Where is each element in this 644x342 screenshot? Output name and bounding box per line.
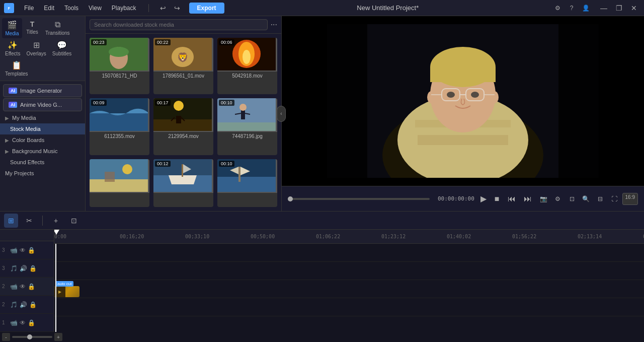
menu-playback[interactable]: Playback: [108, 4, 140, 13]
ruler-mark: 01;23;12: [381, 234, 406, 239]
media-item-5[interactable]: 00:10 74487196.jpg: [217, 98, 277, 155]
export-button[interactable]: Export: [189, 3, 224, 14]
menu-file[interactable]: File: [20, 4, 38, 13]
menu-tools[interactable]: Tools: [60, 4, 83, 13]
media-more-button[interactable]: ···: [271, 20, 277, 29]
minimize-button[interactable]: —: [598, 2, 610, 14]
media-item-3[interactable]: 00:09 6112355.mov: [90, 98, 149, 155]
music-icon-3a[interactable]: 🎵: [10, 265, 18, 272]
timeline-select-tool[interactable]: ⊞: [4, 214, 18, 228]
eye-icon-1v[interactable]: 👁: [20, 319, 26, 326]
tab-transitions[interactable]: ⧉ Transitions: [42, 18, 73, 38]
next-frame-button[interactable]: ⏭: [522, 193, 534, 204]
tab-templates[interactable]: 📋 Templates: [2, 58, 31, 79]
preview-panel: 00:00:00:00 ▶ ■ ⏮ ⏭ 📷 ⚙ ⊡ 🔍 ⊟ ⛶ 16:9: [282, 16, 644, 211]
restore-button[interactable]: ❐: [613, 2, 625, 14]
menu-edit[interactable]: Edit: [40, 4, 58, 13]
media-item-4[interactable]: 00:17 2129954.mov: [153, 98, 213, 155]
svg-rect-36: [238, 167, 240, 182]
timeline-playhead-lock[interactable]: ⊡: [67, 214, 81, 228]
fullscreen-icon[interactable]: ⛶: [608, 193, 620, 205]
settings-icon[interactable]: ⚙: [551, 2, 564, 14]
zoom-in-button[interactable]: +: [54, 333, 62, 341]
fit-icon[interactable]: ⊟: [594, 193, 606, 205]
crop-icon[interactable]: ⊡: [566, 193, 578, 205]
svg-rect-29: [105, 172, 115, 182]
undo-button[interactable]: ↩: [157, 2, 169, 14]
media-item-6[interactable]: [90, 159, 149, 207]
camera-icon-3v[interactable]: 📹: [10, 247, 18, 254]
media-item-2[interactable]: 00:06 5042918.mov: [217, 38, 277, 94]
volume-icon-2a[interactable]: 🔊: [20, 301, 27, 308]
music-icon-2a[interactable]: 🎵: [10, 301, 18, 308]
preview-video: [282, 16, 644, 186]
zoom-slider[interactable]: [12, 336, 52, 338]
media-search-input[interactable]: [90, 19, 268, 30]
volume-icon-3a[interactable]: 🔊: [20, 265, 27, 272]
timeline-add-track[interactable]: +: [49, 214, 63, 228]
snapshot-icon[interactable]: 📷: [538, 193, 550, 205]
progress-handle[interactable]: [288, 196, 293, 201]
progress-bar[interactable]: [288, 198, 430, 200]
media-name-1: 17896561_01.mov: [153, 72, 213, 80]
sidebar-item-my-projects[interactable]: My Projects: [0, 168, 85, 179]
anime-video-button[interactable]: AI Anime Video G...: [3, 98, 82, 111]
sidebar-item-sound-effects[interactable]: Sound Effects: [0, 157, 85, 168]
account-icon[interactable]: 👤: [580, 2, 592, 14]
tab-titles[interactable]: T Titles: [22, 18, 42, 38]
sidebar-item-stock-media[interactable]: Stock Media: [0, 123, 85, 134]
media-icon: 🎬: [7, 20, 17, 30]
lock-icon-2a[interactable]: 🔒: [29, 301, 37, 308]
track-body-2-audio: [54, 298, 644, 316]
panel-collapse-button[interactable]: ‹: [277, 106, 286, 122]
sidebar-item-color-boards[interactable]: ▶ Color Boards: [0, 134, 85, 146]
lock-icon-2v[interactable]: 🔒: [28, 283, 35, 290]
close-button[interactable]: ✕: [628, 2, 640, 14]
svg-point-54: [471, 92, 479, 98]
media-panel: ··· 00:23 150708171_HD 🦁 00:22 17896561_…: [86, 16, 282, 211]
media-item-8[interactable]: 00:10: [217, 159, 277, 207]
play-button[interactable]: ▶: [478, 193, 489, 204]
svg-point-17: [174, 101, 184, 111]
menu-view[interactable]: View: [85, 4, 106, 13]
track-body-1-video: [54, 316, 644, 332]
clip-block[interactable]: ▶: [54, 286, 79, 297]
stop-button[interactable]: ■: [493, 193, 502, 204]
effects-icon: ✨: [8, 40, 18, 50]
settings2-icon[interactable]: ⚙: [552, 193, 564, 205]
titles-icon: T: [30, 20, 35, 28]
zoom-in-icon[interactable]: 🔍: [580, 193, 592, 205]
track-body-2-video[interactable]: auto cut ▶: [54, 280, 644, 298]
lock-icon-1v[interactable]: 🔒: [28, 319, 35, 326]
media-item-1[interactable]: 🦁 00:22 17896561_01.mov: [153, 38, 213, 94]
media-thumb-6: [90, 159, 149, 193]
help-icon[interactable]: ?: [566, 2, 578, 14]
camera-icon-1v[interactable]: 📹: [10, 319, 18, 326]
timeline-razor-tool[interactable]: ✂: [22, 214, 36, 228]
media-item-0[interactable]: 00:23 150708171_HD: [90, 38, 149, 94]
sidebar-item-background-music[interactable]: ▶ Background Music: [0, 146, 85, 157]
ruler-mark: 02;13;14: [578, 234, 602, 239]
zoom-out-button[interactable]: -: [2, 333, 10, 341]
lock-icon-3v[interactable]: 🔒: [28, 247, 35, 254]
track-header-3-video: 3 📹 👁 🔒: [0, 241, 54, 259]
tab-media[interactable]: 🎬 Media: [2, 18, 22, 38]
media-thumb-8: 00:10: [217, 159, 277, 193]
zoom-handle[interactable]: [27, 334, 32, 339]
camera-icon-2v[interactable]: 📹: [10, 283, 18, 290]
eye-icon-2v[interactable]: 👁: [20, 283, 26, 290]
redo-button[interactable]: ↪: [171, 2, 183, 14]
color-boards-arrow: ▶: [5, 138, 9, 143]
lock-icon-3a[interactable]: 🔒: [29, 265, 37, 272]
auto-cut-badge: auto cut: [55, 281, 73, 287]
tab-effects[interactable]: ✨ Effects: [2, 38, 23, 58]
media-item-7[interactable]: 00:12: [153, 159, 213, 207]
eye-icon-3v[interactable]: 👁: [20, 247, 26, 254]
media-duration-8: 00:10: [219, 161, 234, 167]
prev-frame-button[interactable]: ⏮: [506, 193, 518, 204]
tab-overlays[interactable]: ⊞ Overlays: [23, 38, 49, 58]
tab-subtitles[interactable]: 💬 Subtitles: [49, 38, 74, 58]
sidebar-item-my-media[interactable]: ▶ My Media: [0, 112, 85, 123]
image-generator-button[interactable]: AI Image Generator: [3, 84, 82, 97]
media-duration-3: 00:09: [91, 100, 107, 106]
